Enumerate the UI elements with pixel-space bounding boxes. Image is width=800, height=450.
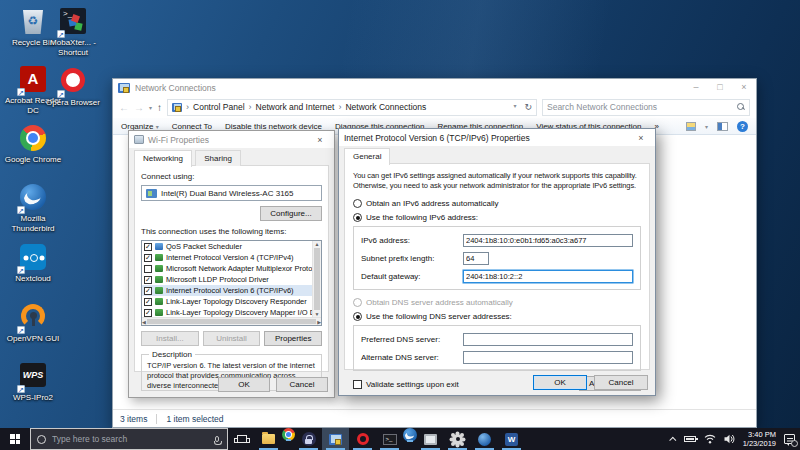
- scroll-up-icon[interactable]: ▲: [313, 241, 321, 247]
- search-input[interactable]: [547, 102, 737, 112]
- protocol-item[interactable]: Link-Layer Topology Discovery Responder: [142, 296, 312, 307]
- taskbar-search[interactable]: [30, 428, 228, 450]
- tab-networking[interactable]: Networking: [134, 150, 192, 167]
- checkbox[interactable]: [144, 243, 152, 251]
- forward-icon[interactable]: →: [134, 102, 144, 113]
- address-bar[interactable]: › Control Panel › Network and Internet ›…: [167, 99, 537, 116]
- checkbox[interactable]: [144, 287, 152, 295]
- protocol-item[interactable]: Microsoft Network Adapter Multiplexor Pr…: [142, 263, 312, 274]
- uninstall-button[interactable]: Uninstall: [203, 331, 261, 346]
- change-view-icon[interactable]: [686, 122, 696, 131]
- taskbar-globe-app[interactable]: [471, 428, 498, 450]
- ipv6-address-field[interactable]: [463, 234, 633, 247]
- protocol-item[interactable]: Internet Protocol Version 4 (TCP/IPv4): [142, 252, 312, 263]
- up-icon[interactable]: ↑: [157, 102, 162, 113]
- explorer-search[interactable]: [542, 99, 750, 116]
- wifi-icon[interactable]: [704, 434, 716, 444]
- radio-obtain-dns-auto[interactable]: Obtain DNS server address automatically: [353, 298, 641, 307]
- properties-button[interactable]: Properties: [264, 331, 322, 346]
- radio-icon[interactable]: [353, 213, 362, 222]
- protocol-item[interactable]: Microsoft LLDP Protocol Driver: [142, 274, 312, 285]
- subnet-prefix-field[interactable]: [463, 252, 489, 265]
- wifi-dialog-title-bar[interactable]: Wi-Fi Properties ×: [129, 131, 334, 148]
- protocol-item[interactable]: QoS Packet Scheduler: [142, 241, 312, 252]
- cancel-button[interactable]: Cancel: [594, 375, 648, 390]
- action-center-icon[interactable]: [784, 434, 795, 444]
- hidden-icons-chevron-icon[interactable]: [669, 436, 676, 443]
- tab-sharing[interactable]: Sharing: [195, 150, 241, 166]
- taskbar-chrome[interactable]: [282, 428, 295, 441]
- checkbox[interactable]: [144, 298, 152, 306]
- desktop-icon-thunderbird[interactable]: ↗ Mozilla Thunderbird: [0, 184, 66, 233]
- back-icon[interactable]: ←: [119, 102, 129, 113]
- radio-icon[interactable]: [353, 199, 362, 208]
- protocol-item-selected[interactable]: Internet Protocol Version 6 (TCP/IPv6): [142, 285, 312, 296]
- taskbar-clock[interactable]: 3:40 PM 1/23/2019: [743, 430, 776, 449]
- taskbar-word[interactable]: W: [498, 428, 525, 450]
- view-dropdown-icon[interactable]: ▾: [705, 123, 708, 130]
- scrollbar-thumb[interactable]: [147, 319, 316, 324]
- ipv6-dialog-title-bar[interactable]: Internet Protocol Version 6 (TCP/IPv6) P…: [339, 129, 655, 146]
- microphone-icon[interactable]: [215, 436, 219, 442]
- close-icon[interactable]: ×: [632, 133, 650, 143]
- taskbar-network-connections[interactable]: [322, 428, 349, 450]
- tab-general[interactable]: General: [344, 148, 390, 165]
- battery-icon[interactable]: [684, 436, 696, 442]
- breadcrumb-network-and-internet[interactable]: Network and Internet: [256, 102, 335, 112]
- validate-checkbox[interactable]: [353, 380, 362, 389]
- taskbar-lock-app[interactable]: [295, 428, 322, 450]
- cancel-button[interactable]: Cancel: [276, 377, 328, 392]
- configure-button[interactable]: Configure...: [260, 206, 322, 221]
- maximize-button[interactable]: □: [708, 79, 732, 96]
- close-icon[interactable]: ×: [311, 135, 329, 145]
- horizontal-scrollbar[interactable]: ◀▶: [142, 317, 321, 325]
- radio-icon[interactable]: [353, 298, 362, 307]
- scrollbar-thumb[interactable]: [314, 248, 320, 310]
- default-gateway-field[interactable]: [463, 270, 633, 283]
- ok-button[interactable]: OK: [218, 377, 270, 392]
- install-button[interactable]: Install...: [141, 331, 199, 346]
- breadcrumb-network-connections[interactable]: Network Connections: [345, 102, 426, 112]
- scroll-left-icon[interactable]: ◀: [142, 319, 146, 325]
- desktop-icon-chrome[interactable]: Google Chrome: [0, 125, 66, 165]
- breadcrumb-control-panel[interactable]: Control Panel: [193, 102, 245, 112]
- task-view-button[interactable]: [228, 428, 255, 450]
- address-dropdown-icon[interactable]: ▾: [513, 102, 516, 112]
- preview-pane-icon[interactable]: [717, 122, 728, 131]
- checkbox[interactable]: [144, 254, 152, 262]
- checkbox[interactable]: [144, 309, 152, 317]
- taskbar-file-explorer[interactable]: [255, 428, 282, 450]
- explorer-title-bar[interactable]: Network Connections – □ ×: [113, 79, 756, 96]
- desktop-icon-nextcloud[interactable]: ↗ Nextcloud: [0, 244, 66, 284]
- radio-icon[interactable]: [353, 312, 362, 321]
- taskbar-terminal[interactable]: >_: [376, 428, 403, 450]
- start-button[interactable]: [0, 428, 30, 450]
- desktop-icon-wps[interactable]: WPS↗ WPS-IPro2: [0, 362, 66, 403]
- desktop-icon-mobaxterm[interactable]: >_↗ MobaXter... - Shortcut: [40, 8, 106, 57]
- help-icon[interactable]: ?: [737, 121, 748, 132]
- protocol-item[interactable]: Link-Layer Topology Discovery Mapper I/O…: [142, 307, 312, 317]
- taskbar-search-input[interactable]: [52, 434, 209, 444]
- preferred-dns-field[interactable]: [463, 333, 633, 346]
- scroll-right-icon[interactable]: ▶: [317, 319, 321, 325]
- taskbar-remote-app[interactable]: [417, 428, 444, 450]
- history-dropdown-icon[interactable]: ▾: [149, 104, 152, 111]
- checkbox[interactable]: [144, 265, 152, 273]
- radio-use-ipv6-address[interactable]: Use the following IPv6 address:: [353, 213, 641, 222]
- radio-obtain-ipv6-auto[interactable]: Obtain an IPv6 address automatically: [353, 199, 641, 208]
- taskbar-thunderbird[interactable]: [403, 428, 417, 442]
- ok-button[interactable]: OK: [533, 375, 587, 390]
- desktop-icon-opera[interactable]: ↗ Opera Browser: [40, 66, 106, 108]
- volume-icon[interactable]: [724, 434, 735, 444]
- vertical-scrollbar[interactable]: ▲▼: [312, 241, 321, 317]
- refresh-icon[interactable]: ↻: [524, 102, 532, 112]
- close-button[interactable]: ×: [732, 79, 756, 96]
- openvpn-icon: [21, 304, 45, 328]
- taskbar-opera[interactable]: [349, 428, 376, 450]
- desktop-icon-openvpn[interactable]: ↗ OpenVPN GUI: [0, 303, 66, 344]
- minimize-button[interactable]: –: [684, 79, 708, 96]
- checkbox[interactable]: [144, 276, 152, 284]
- taskbar-settings[interactable]: [444, 428, 471, 450]
- alternate-dns-field[interactable]: [463, 351, 633, 364]
- radio-use-dns-addresses[interactable]: Use the following DNS server addresses:: [353, 312, 641, 321]
